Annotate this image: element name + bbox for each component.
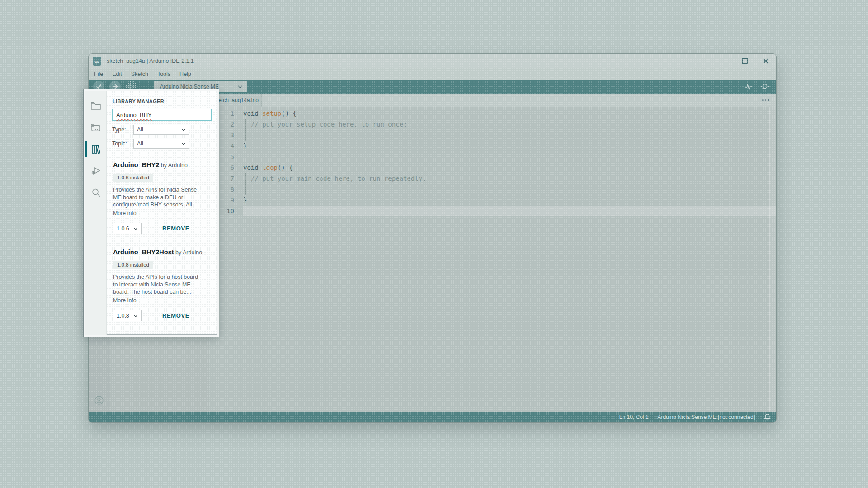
close-button[interactable] (755, 54, 776, 68)
panel-title: LIBRARY MANAGER (113, 99, 212, 104)
code-lines: 1void setup() {2 // put your setup code … (209, 108, 776, 216)
code-line[interactable]: 2 // put your setup code here, to run on… (209, 119, 776, 130)
code-line[interactable]: 5 (209, 151, 776, 162)
library-manager-panel: LIBRARY MANAGER Arduino_BHY Type: All To… (107, 91, 217, 335)
serial-plotter-icon (745, 84, 753, 90)
installed-version-badge: 1.0.6 installed (113, 174, 153, 182)
library-description: Provides the APIs for Nicla Sense ME boa… (113, 186, 200, 209)
library-controls: 1.0.8 REMOVE (113, 310, 211, 321)
chevron-down-icon (133, 314, 138, 317)
code-line[interactable]: 6void loop() { (209, 162, 776, 173)
debug-icon (129, 84, 134, 89)
installed-version-badge: 1.0.8 installed (113, 261, 153, 269)
indent-guide (245, 173, 246, 184)
chevron-down-icon (238, 85, 242, 88)
editor-tab-strip: sketch_aug14a.ino (209, 94, 776, 107)
code-line[interactable]: 3 (209, 130, 776, 141)
library-description: Provides the APIs for a host board to in… (113, 273, 200, 296)
arduino-app-icon: ∞ (93, 57, 101, 66)
line-content (243, 206, 776, 216)
sidebar-item-library-manager[interactable] (85, 138, 106, 160)
chevron-down-icon (181, 142, 186, 145)
editor-scrollbar[interactable] (769, 107, 776, 412)
code-line[interactable]: 4} (209, 141, 776, 151)
menu-tools[interactable]: Tools (153, 71, 175, 77)
library-name: Arduino_BHY2 by Arduino (113, 161, 203, 170)
library-list: Arduino_BHY2 by Arduino 1.0.6 installed … (112, 155, 212, 329)
menu-help[interactable]: Help (175, 71, 196, 77)
maximize-icon (742, 58, 748, 64)
library-books-icon (91, 145, 101, 154)
line-content: } (243, 141, 776, 151)
right-arrow-icon (112, 84, 118, 89)
indent-guide (245, 184, 246, 195)
notifications-bell-icon[interactable] (764, 413, 771, 421)
type-filter-label: Type: (112, 127, 133, 133)
folder-icon (91, 102, 101, 110)
menu-file[interactable]: File (90, 71, 108, 77)
board-connection-status[interactable]: Arduino Nicla Sense ME [not connected] (658, 414, 755, 420)
status-bar: Ln 10, Col 1 Arduino Nicla Sense ME [not… (89, 412, 776, 422)
library-entry: Arduino_BHY2 by Arduino 1.0.6 installed … (112, 155, 212, 242)
library-name-text: Arduino_BHY2 (113, 161, 159, 169)
library-search-value: Arduino_BHY (116, 112, 152, 118)
more-info-link[interactable]: More info (113, 210, 137, 217)
line-content: void setup() { (243, 108, 776, 119)
maximize-button[interactable] (735, 54, 755, 68)
code-line[interactable]: 10 (209, 206, 776, 216)
desktop: ∞ sketch_aug14a | Arduino IDE 2.1.1 File… (0, 0, 868, 488)
minimize-icon (722, 61, 727, 61)
window-title: sketch_aug14a | Arduino IDE 2.1.1 (107, 58, 194, 64)
topic-filter-row: Topic: All (112, 139, 212, 149)
sidebar-item-search[interactable] (85, 182, 106, 203)
menu-edit[interactable]: Edit (108, 71, 127, 77)
menu-sketch[interactable]: Sketch (127, 71, 153, 77)
library-entry: Arduino_BHY2Host by Arduino 1.0.8 instal… (112, 242, 212, 329)
editor-more-actions-button[interactable] (762, 99, 769, 101)
more-info-link[interactable]: More info (113, 297, 137, 305)
minimize-button[interactable] (714, 54, 735, 68)
library-manager-highlight-box: LIBRARY MANAGER Arduino_BHY Type: All To… (84, 89, 219, 337)
sidebar-item-boards-manager[interactable] (85, 117, 106, 138)
indent-guide (245, 119, 246, 130)
code-line[interactable]: 1void setup() { (209, 108, 776, 119)
version-select[interactable]: 1.0.8 (113, 310, 142, 321)
chevron-down-icon (181, 128, 186, 131)
topic-filter-label: Topic: (112, 141, 133, 147)
type-filter-row: Type: All (112, 125, 212, 135)
line-content (243, 151, 776, 162)
debug-play-icon (91, 166, 101, 175)
library-author: by Arduino (159, 162, 188, 169)
library-author: by Arduino (174, 249, 203, 256)
code-line[interactable]: 8 (209, 184, 776, 195)
activity-bar (85, 91, 107, 335)
line-content: void loop() { (243, 162, 776, 173)
title-bar[interactable]: ∞ sketch_aug14a | Arduino IDE 2.1.1 (89, 54, 776, 68)
window-controls (714, 54, 776, 68)
chevron-down-icon (133, 227, 138, 230)
version-select[interactable]: 1.0.6 (113, 223, 142, 234)
type-filter-select[interactable]: All (133, 125, 189, 135)
topic-filter-select[interactable]: All (133, 139, 189, 149)
serial-monitor-button[interactable] (761, 80, 769, 94)
remove-button[interactable]: REMOVE (162, 225, 189, 232)
board-chip-icon (91, 124, 101, 131)
line-content (243, 184, 776, 195)
account-button[interactable] (94, 395, 104, 407)
library-controls: 1.0.6 REMOVE (113, 223, 211, 234)
code-line[interactable]: 9} (209, 195, 776, 206)
check-icon (96, 84, 102, 89)
serial-plotter-button[interactable] (745, 80, 753, 94)
cursor-position[interactable]: Ln 10, Col 1 (619, 414, 649, 420)
sidebar-item-debugger[interactable] (85, 160, 106, 182)
close-icon (763, 58, 769, 64)
library-search-input[interactable]: Arduino_BHY (112, 109, 212, 121)
code-line[interactable]: 7 // put your main code here, to run rep… (209, 173, 776, 184)
code-editor[interactable]: 1void setup() {2 // put your setup code … (209, 107, 776, 412)
line-content (243, 130, 776, 141)
account-icon (94, 395, 104, 405)
library-name: Arduino_BHY2Host by Arduino (113, 248, 203, 257)
line-content: // put your setup code here, to run once… (243, 119, 776, 130)
remove-button[interactable]: REMOVE (162, 312, 189, 319)
sidebar-item-sketchbook[interactable] (85, 95, 106, 117)
